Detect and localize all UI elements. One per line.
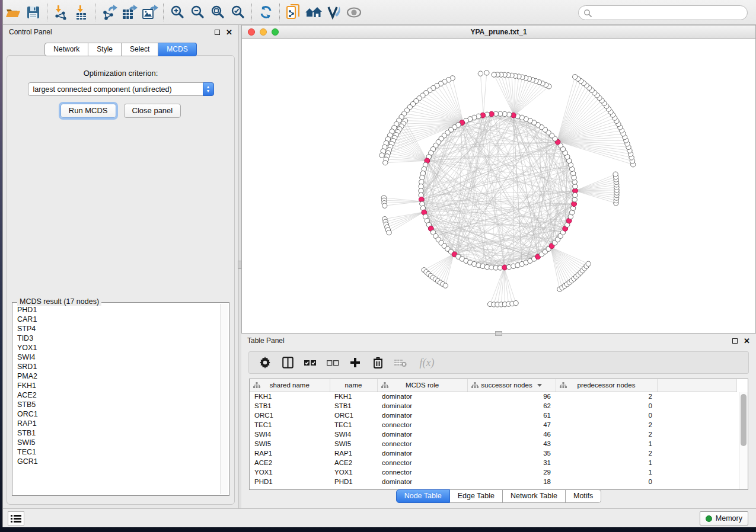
- open-session-button[interactable]: [3, 3, 23, 22]
- result-list-item[interactable]: STP4: [15, 324, 219, 334]
- cell-shared_name[interactable]: FKH1: [250, 392, 330, 401]
- cell-name[interactable]: PHD1: [330, 477, 377, 486]
- result-list-item[interactable]: STB1: [15, 428, 219, 438]
- memory-button[interactable]: Memory: [700, 511, 748, 525]
- add-column-button[interactable]: [347, 354, 363, 371]
- cell-shared_name[interactable]: SWI4: [250, 430, 330, 439]
- cell-predecessor_nodes[interactable]: 0: [556, 477, 657, 486]
- float-panel-icon[interactable]: [215, 30, 220, 35]
- result-list-item[interactable]: TEC1: [15, 447, 219, 457]
- select-all-button[interactable]: [302, 354, 318, 371]
- cell-name[interactable]: SWI4: [330, 430, 377, 439]
- close-panel-button[interactable]: Close panel: [124, 104, 181, 118]
- cell-name[interactable]: STB1: [330, 401, 377, 411]
- cell-successor_nodes[interactable]: 18: [467, 477, 556, 486]
- result-list-item[interactable]: FKH1: [15, 381, 219, 390]
- tab-edge-table[interactable]: Edge Table: [450, 489, 503, 503]
- cell-shared_name[interactable]: STB1: [250, 401, 330, 411]
- export-network-button[interactable]: [99, 3, 119, 22]
- table-row[interactable]: ORC1ORC1dominator610: [250, 411, 737, 420]
- tab-mcds[interactable]: MCDS: [158, 43, 196, 56]
- column-header-name[interactable]: name: [330, 379, 377, 392]
- node-table[interactable]: shared namenameMCDS rolesuccessor nodesp…: [249, 379, 748, 490]
- cell-predecessor_nodes[interactable]: 2: [556, 420, 657, 430]
- cell-successor_nodes[interactable]: 31: [467, 458, 556, 467]
- close-panel-icon[interactable]: ✕: [226, 28, 232, 36]
- horizontal-splitter-handle[interactable]: [495, 331, 502, 336]
- tab-style[interactable]: Style: [88, 43, 122, 56]
- cell-shared_name[interactable]: ORC1: [250, 411, 330, 420]
- sort-chevron-icon[interactable]: [537, 384, 542, 387]
- deselect-all-button[interactable]: [325, 354, 340, 371]
- search-input[interactable]: [592, 7, 747, 19]
- column-browser-button[interactable]: [280, 354, 295, 371]
- cell-successor_nodes[interactable]: 61: [467, 411, 556, 420]
- cell-predecessor_nodes[interactable]: 2: [556, 430, 657, 439]
- table-row[interactable]: STB1STB1dominator620: [250, 401, 737, 411]
- table-row[interactable]: FKH1FKH1dominator962: [250, 392, 737, 401]
- cell-successor_nodes[interactable]: 47: [467, 420, 556, 430]
- result-list-item[interactable]: PHD1: [15, 305, 219, 315]
- cell-successor_nodes[interactable]: 62: [467, 401, 556, 411]
- table-scrollbar-thumb[interactable]: [741, 394, 747, 446]
- search-box[interactable]: [578, 5, 748, 20]
- cell-successor_nodes[interactable]: 46: [467, 430, 556, 439]
- cell-name[interactable]: TEC1: [330, 420, 377, 430]
- cell-mcds_role[interactable]: dominator: [377, 401, 467, 411]
- save-session-button[interactable]: [23, 3, 43, 22]
- column-header-predecessor-nodes[interactable]: predecessor nodes: [556, 379, 657, 392]
- cell-shared_name[interactable]: TEC1: [250, 420, 330, 430]
- result-list-item[interactable]: TID3: [15, 334, 219, 343]
- network-home-button[interactable]: [304, 3, 324, 22]
- float-panel-icon[interactable]: [732, 338, 738, 344]
- mcds-result-list[interactable]: PHD1CAR1STP4TID3YOX1SWI4SRD1PMA2FKH1ACE2…: [15, 305, 219, 493]
- cell-shared_name[interactable]: YOX1: [250, 467, 330, 477]
- cell-name[interactable]: FKH1: [330, 392, 377, 401]
- cell-mcds_role[interactable]: connector: [377, 467, 467, 477]
- cell-predecessor_nodes[interactable]: 1: [556, 439, 657, 448]
- column-header-successor-nodes[interactable]: successor nodes: [467, 379, 556, 392]
- cell-name[interactable]: YOX1: [330, 467, 377, 477]
- result-list-item[interactable]: SWI4: [15, 352, 219, 362]
- result-list-item[interactable]: SWI5: [15, 438, 219, 447]
- cell-predecessor_nodes[interactable]: 2: [556, 392, 657, 401]
- table-row[interactable]: PHD1PHD1dominator180: [250, 477, 737, 486]
- result-list-item[interactable]: PMA2: [15, 371, 219, 381]
- zoom-in-button[interactable]: [167, 3, 187, 22]
- hide-eye-button[interactable]: [344, 3, 364, 22]
- cell-name[interactable]: SWI5: [330, 439, 377, 448]
- task-history-button[interactable]: [8, 511, 24, 525]
- cell-predecessor_nodes[interactable]: 1: [556, 467, 657, 477]
- delete-column-button[interactable]: [370, 354, 385, 371]
- table-row[interactable]: YOX1YOX1connector291: [250, 467, 737, 477]
- zoom-fit-button[interactable]: [208, 3, 228, 22]
- column-header-shared-name[interactable]: shared name: [250, 379, 330, 392]
- cell-mcds_role[interactable]: connector: [377, 458, 467, 467]
- tab-node-table[interactable]: Node Table: [396, 489, 450, 503]
- cell-mcds_role[interactable]: dominator: [377, 392, 467, 401]
- cell-name[interactable]: ACE2: [330, 458, 377, 467]
- result-list-item[interactable]: CAR1: [15, 315, 219, 324]
- cell-shared_name[interactable]: PHD1: [250, 477, 330, 486]
- result-list-scrollbar[interactable]: [220, 304, 228, 494]
- function-builder-button[interactable]: f(x): [415, 354, 439, 371]
- cell-successor_nodes[interactable]: 35: [467, 448, 556, 458]
- optimization-select[interactable]: largest connected component (undirected)…: [28, 82, 214, 96]
- network-canvas[interactable]: [242, 39, 755, 333]
- run-mcds-button[interactable]: Run MCDS: [60, 104, 116, 118]
- vizmapper-button[interactable]: [324, 3, 344, 22]
- settings-gear-button[interactable]: [257, 354, 273, 371]
- cell-successor_nodes[interactable]: 29: [467, 467, 556, 477]
- export-image-button[interactable]: [139, 3, 160, 22]
- cell-mcds_role[interactable]: connector: [377, 439, 467, 448]
- import-table-button[interactable]: [71, 3, 91, 22]
- table-row[interactable]: ACE2ACE2connector311: [250, 458, 737, 467]
- result-list-item[interactable]: RAP1: [15, 419, 219, 428]
- cell-successor_nodes[interactable]: 96: [467, 392, 556, 401]
- cell-mcds_role[interactable]: connector: [377, 420, 467, 430]
- result-list-item[interactable]: GCR1: [15, 457, 219, 466]
- cell-mcds_role[interactable]: dominator: [377, 430, 467, 439]
- cell-predecessor_nodes[interactable]: 0: [556, 411, 657, 420]
- result-list-item[interactable]: SRD1: [15, 362, 219, 371]
- zoom-selected-button[interactable]: [228, 3, 248, 22]
